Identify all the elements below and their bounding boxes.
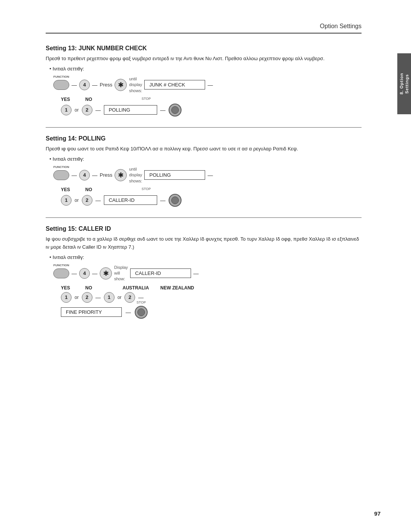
- star-s15[interactable]: ✱: [100, 267, 112, 280]
- s14-sub: YES NO STOP 1 or 2 — CALLER-ID —: [61, 187, 182, 207]
- setting-15-row1: FUNCTION — 4 — ✱ Display will show: CALL…: [53, 265, 358, 282]
- press-label: Press: [100, 82, 112, 88]
- fine-priority-row: FINE PRIORITY — STOP: [61, 306, 358, 319]
- btn-4[interactable]: 4: [79, 80, 90, 90]
- yes-s14: YES: [61, 187, 70, 192]
- stop-label-s13: STOP: [142, 97, 151, 102]
- arrow-s14-5: —: [160, 197, 166, 203]
- stop-button-s13[interactable]: [169, 104, 182, 117]
- setting-14-title: Setting 14: POLLING: [46, 135, 381, 142]
- stop-container-s15: STOP: [135, 306, 148, 319]
- display-t-s14: display: [129, 172, 142, 178]
- divider-2: [46, 217, 362, 218]
- btn-2b-s15[interactable]: 2: [124, 292, 135, 303]
- btn-1b-s15[interactable]: 1: [104, 292, 115, 303]
- display-will-t: Display: [114, 265, 128, 270]
- aus-nz-labels: AUSTRALIA NEW ZEALAND: [123, 285, 194, 291]
- setting-14-desc: Πρεσθ ιφ ψου ωαντ το υσε Ραπιδ Κεψ 10/ΠΟ…: [46, 145, 362, 153]
- setting-13-row2: YES NO STOP 1 or 2 — POLLING —: [61, 97, 358, 117]
- until-text: until: [129, 76, 142, 82]
- setting-14-section: Setting 14: POLLING Πρεσθ ιφ ψου ωαντ το…: [46, 135, 381, 207]
- arrow-s15-4: —: [96, 294, 101, 300]
- btn-1-s13[interactable]: 1: [61, 105, 72, 115]
- setting-15-diagram: FUNCTION — 4 — ✱ Display will show: CALL…: [53, 265, 358, 319]
- caller-id-display-s14: CALLER-ID: [104, 195, 157, 205]
- setting-14-row2: YES NO STOP 1 or 2 — CALLER-ID —: [61, 187, 358, 207]
- yes-no-s14: YES NO STOP: [61, 187, 182, 192]
- function-label-s14: FUNCTION: [53, 165, 69, 169]
- arrow-fp: —: [126, 309, 131, 315]
- stop-inner-s15: [137, 308, 145, 316]
- setting-14-diagram: FUNCTION — 4 — Press ✱ until display sho…: [53, 166, 358, 207]
- s15-btn-row: 1 or 2 — 1 or 2 —: [61, 292, 358, 303]
- yes-s15: YES: [61, 285, 70, 291]
- setting-15-initial: • Ινιτιαλ σεττιθγ:: [49, 254, 381, 260]
- polling-display-s13: POLLING: [104, 105, 157, 115]
- star-button[interactable]: ✱: [115, 79, 127, 91]
- show-t: show:: [114, 276, 128, 282]
- setting-13-initial: • Ινιτιαλ σεττιθγ:: [49, 66, 381, 72]
- caller-id-s15: CALLER-ID: [130, 268, 191, 278]
- stop-lbl-s15: STOP: [137, 300, 146, 304]
- caller-id-row-s14: 1 or 2 — CALLER-ID —: [61, 194, 182, 207]
- or-s13: or: [75, 107, 79, 113]
- header-title: Option Settings: [320, 23, 362, 30]
- s15-options: YES NO AUSTRALIA NEW ZEALAND 1 or 2 — 1 …: [61, 285, 358, 303]
- junk-check-display: JUNK # CHECK: [144, 80, 205, 89]
- yes-label: YES: [61, 97, 70, 102]
- page-header: Option Settings: [46, 23, 362, 34]
- btn-1-s15[interactable]: 1: [61, 292, 72, 303]
- stop-s15[interactable]: [135, 306, 148, 319]
- function-lbl-s15: FUNCTION: [53, 264, 69, 267]
- function-s15[interactable]: FUNCTION: [53, 268, 69, 278]
- stop-lbl-s14: STOP: [142, 187, 151, 192]
- or-s15-1: or: [75, 295, 79, 300]
- arrow4: —: [96, 107, 101, 113]
- star-s14[interactable]: ✱: [115, 169, 127, 181]
- btn-4-s14[interactable]: 4: [79, 170, 90, 181]
- arrow5: —: [160, 107, 166, 113]
- stop-s14[interactable]: [169, 194, 182, 207]
- setting-13-diagram: FUNCTION — 4 — Press ✱ until display sho…: [53, 76, 358, 117]
- arrow-s15-3: —: [193, 270, 199, 276]
- shows-t-s14: shows:: [129, 178, 142, 184]
- setting-15-title: Setting 15: CALLER ID: [46, 225, 381, 232]
- divider-1: [46, 127, 362, 128]
- setting-13-title: Setting 13: JUNK NUMBER CHECK: [46, 45, 381, 52]
- until-block: until display shows:: [129, 76, 142, 94]
- no-s14: NO: [85, 187, 92, 192]
- arrow-s14-3: —: [207, 172, 213, 178]
- setting-13-row1: FUNCTION — 4 — Press ✱ until display sho…: [53, 76, 358, 94]
- btn-4-s15[interactable]: 4: [79, 268, 90, 279]
- setting-15-desc: Ιφ ψου συβσχριβε το α χαλλερ Ιδ σερθιχε …: [46, 235, 362, 251]
- arrow3: —: [207, 82, 213, 88]
- btn-1-s14[interactable]: 1: [61, 195, 72, 206]
- until-t-s14: until: [129, 166, 142, 172]
- until-s14: until display shows:: [129, 166, 142, 184]
- or-s14: or: [75, 198, 79, 203]
- page-container: Option Settings Setting 13: JUNK NUMBER …: [0, 0, 411, 532]
- function-button[interactable]: FUNCTION: [53, 80, 69, 90]
- display-will-block: Display will show:: [114, 265, 128, 282]
- btn-2-s14[interactable]: 2: [82, 195, 92, 206]
- setting-14-initial: • Ινιτιαλ σεττιθγ:: [49, 156, 381, 162]
- fine-priority-display: FINE PRIORITY: [61, 307, 122, 317]
- setting-13-desc: Πρεσθ το πρεθεντ ρεχεπτιον φρομ φαξ νυμβ…: [46, 55, 362, 63]
- yes-no-aus-nz-labels: YES NO AUSTRALIA NEW ZEALAND: [61, 285, 358, 291]
- yes-no-header: YES NO STOP: [61, 97, 182, 102]
- yes-no-labels: YES NO STOP 1 or 2 — POLLING —: [61, 97, 182, 117]
- btn-2-s15[interactable]: 2: [82, 292, 92, 303]
- will-t: will: [114, 270, 128, 276]
- arrow-s14-2: —: [92, 172, 97, 178]
- function-button-s14[interactable]: FUNCTION: [53, 170, 69, 180]
- arrow-s14-4: —: [96, 197, 101, 203]
- arrow-s14-1: —: [72, 172, 77, 178]
- arrow-s15-1: —: [72, 270, 77, 276]
- arrow1: —: [72, 82, 77, 88]
- function-label: FUNCTION: [53, 75, 69, 78]
- no-label: NO: [85, 97, 92, 102]
- stop-inner-s14: [171, 197, 179, 204]
- new-zealand-label: NEW ZEALAND: [160, 285, 194, 291]
- btn-2-s13[interactable]: 2: [82, 105, 92, 115]
- press-s14: Press: [100, 172, 112, 178]
